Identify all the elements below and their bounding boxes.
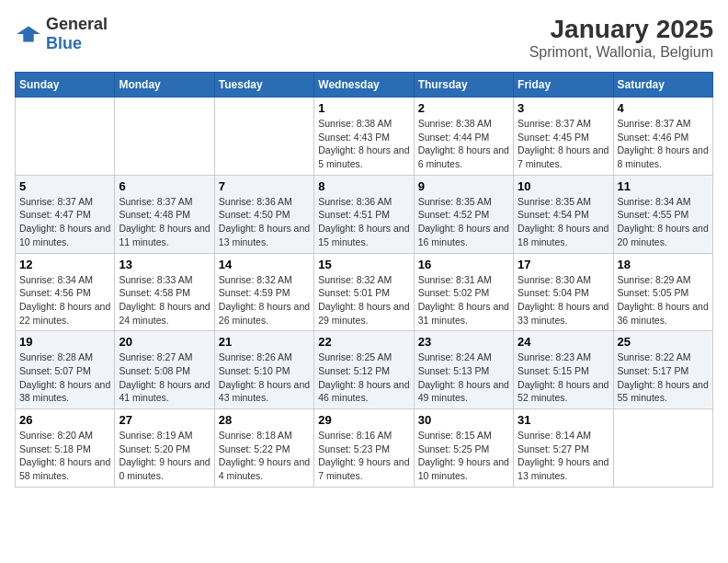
day-info: Sunrise: 8:19 AMSunset: 5:20 PMDaylight:… — [119, 429, 210, 483]
calendar-day-cell: 14Sunrise: 8:32 AMSunset: 4:59 PMDayligh… — [214, 253, 313, 331]
calendar-day-cell: 25Sunrise: 8:22 AMSunset: 5:17 PMDayligh… — [613, 331, 712, 409]
calendar-day-cell: 12Sunrise: 8:34 AMSunset: 4:56 PMDayligh… — [16, 253, 115, 331]
day-number: 1 — [318, 101, 409, 115]
calendar-table: SundayMondayTuesdayWednesdayThursdayFrid… — [15, 72, 713, 488]
calendar-day-header: Sunday — [16, 73, 115, 98]
day-info: Sunrise: 8:38 AMSunset: 4:44 PMDaylight:… — [418, 117, 509, 171]
svg-marker-0 — [17, 26, 40, 41]
day-number: 9 — [418, 179, 509, 193]
calendar-day-header: Monday — [115, 73, 214, 98]
calendar-header-row: SundayMondayTuesdayWednesdayThursdayFrid… — [16, 73, 713, 98]
day-info: Sunrise: 8:33 AMSunset: 4:58 PMDaylight:… — [119, 273, 210, 327]
day-number: 25 — [618, 335, 709, 349]
day-number: 31 — [518, 413, 609, 427]
day-number: 17 — [518, 258, 609, 271]
day-number: 10 — [518, 179, 609, 193]
calendar-day-cell: 1Sunrise: 8:38 AMSunset: 4:43 PMDaylight… — [314, 98, 414, 176]
day-number: 28 — [219, 413, 310, 427]
day-info: Sunrise: 8:34 AMSunset: 4:55 PMDaylight:… — [618, 195, 709, 249]
day-number: 23 — [418, 335, 509, 349]
day-info: Sunrise: 8:31 AMSunset: 5:02 PMDaylight:… — [418, 273, 509, 327]
calendar-day-cell: 17Sunrise: 8:30 AMSunset: 5:04 PMDayligh… — [514, 253, 613, 331]
calendar-day-cell: 26Sunrise: 8:20 AMSunset: 5:18 PMDayligh… — [16, 409, 115, 488]
day-info: Sunrise: 8:38 AMSunset: 4:43 PMDaylight:… — [318, 117, 409, 171]
calendar-day-cell: 5Sunrise: 8:37 AMSunset: 4:47 PMDaylight… — [16, 175, 115, 253]
day-number: 4 — [618, 101, 709, 115]
calendar-day-header: Thursday — [414, 73, 513, 98]
day-number: 12 — [19, 258, 110, 271]
calendar-day-cell: 27Sunrise: 8:19 AMSunset: 5:20 PMDayligh… — [115, 409, 214, 488]
day-info: Sunrise: 8:37 AMSunset: 4:46 PMDaylight:… — [618, 117, 709, 171]
logo-icon — [15, 25, 42, 43]
calendar-day-header: Wednesday — [314, 73, 414, 98]
calendar-day-cell: 7Sunrise: 8:36 AMSunset: 4:50 PMDaylight… — [214, 175, 313, 253]
day-info: Sunrise: 8:32 AMSunset: 5:01 PMDaylight:… — [318, 273, 409, 327]
day-number: 18 — [618, 258, 709, 271]
calendar-empty-cell — [115, 98, 214, 176]
calendar-empty-cell — [214, 98, 313, 176]
logo: General Blue — [15, 15, 108, 53]
page-header: General Blue January 2025 Sprimont, Wall… — [15, 15, 713, 61]
logo-blue: Blue — [46, 34, 82, 52]
calendar-day-cell: 8Sunrise: 8:36 AMSunset: 4:51 PMDaylight… — [314, 175, 414, 253]
calendar-day-cell: 31Sunrise: 8:14 AMSunset: 5:27 PMDayligh… — [514, 409, 613, 488]
day-number: 6 — [119, 179, 210, 193]
calendar-day-cell: 10Sunrise: 8:35 AMSunset: 4:54 PMDayligh… — [514, 175, 613, 253]
day-number: 5 — [19, 179, 110, 193]
page-title: January 2025 — [529, 15, 713, 44]
day-info: Sunrise: 8:28 AMSunset: 5:07 PMDaylight:… — [19, 350, 110, 405]
day-info: Sunrise: 8:32 AMSunset: 4:59 PMDaylight:… — [219, 273, 310, 327]
calendar-day-header: Friday — [514, 73, 613, 98]
logo-general: General — [46, 15, 108, 33]
day-info: Sunrise: 8:25 AMSunset: 5:12 PMDaylight:… — [318, 350, 409, 405]
day-info: Sunrise: 8:27 AMSunset: 5:08 PMDaylight:… — [119, 350, 210, 405]
day-number: 15 — [318, 258, 409, 271]
day-info: Sunrise: 8:30 AMSunset: 5:04 PMDaylight:… — [518, 273, 609, 327]
calendar-day-cell: 24Sunrise: 8:23 AMSunset: 5:15 PMDayligh… — [514, 331, 613, 409]
calendar-day-header: Tuesday — [214, 73, 313, 98]
day-info: Sunrise: 8:37 AMSunset: 4:47 PMDaylight:… — [19, 195, 110, 249]
day-info: Sunrise: 8:37 AMSunset: 4:48 PMDaylight:… — [119, 195, 210, 249]
day-info: Sunrise: 8:37 AMSunset: 4:45 PMDaylight:… — [518, 117, 609, 171]
calendar-day-cell: 16Sunrise: 8:31 AMSunset: 5:02 PMDayligh… — [414, 253, 513, 331]
day-number: 26 — [19, 413, 110, 427]
day-number: 27 — [119, 413, 210, 427]
day-info: Sunrise: 8:18 AMSunset: 5:22 PMDaylight:… — [219, 429, 310, 483]
day-info: Sunrise: 8:36 AMSunset: 4:51 PMDaylight:… — [318, 195, 409, 249]
day-number: 20 — [119, 335, 210, 349]
day-number: 22 — [318, 335, 409, 349]
calendar-day-cell: 13Sunrise: 8:33 AMSunset: 4:58 PMDayligh… — [115, 253, 214, 331]
title-block: January 2025 Sprimont, Wallonia, Belgium — [529, 15, 713, 61]
calendar-day-cell: 23Sunrise: 8:24 AMSunset: 5:13 PMDayligh… — [414, 331, 513, 409]
calendar-day-cell: 3Sunrise: 8:37 AMSunset: 4:45 PMDaylight… — [514, 98, 613, 176]
calendar-day-cell: 15Sunrise: 8:32 AMSunset: 5:01 PMDayligh… — [314, 253, 414, 331]
calendar-day-cell: 22Sunrise: 8:25 AMSunset: 5:12 PMDayligh… — [314, 331, 414, 409]
day-number: 8 — [318, 179, 409, 193]
day-number: 29 — [318, 413, 409, 427]
day-number: 21 — [219, 335, 310, 349]
calendar-day-cell: 30Sunrise: 8:15 AMSunset: 5:25 PMDayligh… — [414, 409, 513, 488]
calendar-empty-cell — [613, 409, 712, 488]
day-info: Sunrise: 8:34 AMSunset: 4:56 PMDaylight:… — [19, 273, 110, 327]
day-info: Sunrise: 8:22 AMSunset: 5:17 PMDaylight:… — [618, 350, 709, 405]
day-info: Sunrise: 8:29 AMSunset: 5:05 PMDaylight:… — [618, 273, 709, 327]
calendar-day-cell: 11Sunrise: 8:34 AMSunset: 4:55 PMDayligh… — [613, 175, 712, 253]
day-number: 3 — [518, 101, 609, 115]
day-number: 11 — [618, 179, 709, 193]
day-number: 19 — [19, 335, 110, 349]
calendar-day-cell: 18Sunrise: 8:29 AMSunset: 5:05 PMDayligh… — [613, 253, 712, 331]
day-number: 30 — [418, 413, 509, 427]
day-info: Sunrise: 8:14 AMSunset: 5:27 PMDaylight:… — [518, 429, 609, 483]
day-number: 2 — [418, 101, 509, 115]
calendar-empty-cell — [16, 98, 115, 176]
logo-text: General Blue — [46, 15, 108, 53]
day-info: Sunrise: 8:16 AMSunset: 5:23 PMDaylight:… — [318, 429, 409, 483]
day-number: 13 — [119, 258, 210, 271]
day-info: Sunrise: 8:24 AMSunset: 5:13 PMDaylight:… — [418, 350, 509, 405]
calendar-day-cell: 4Sunrise: 8:37 AMSunset: 4:46 PMDaylight… — [613, 98, 712, 176]
day-number: 24 — [518, 335, 609, 349]
calendar-day-cell: 6Sunrise: 8:37 AMSunset: 4:48 PMDaylight… — [115, 175, 214, 253]
calendar-day-header: Saturday — [613, 73, 712, 98]
calendar-week-row: 1Sunrise: 8:38 AMSunset: 4:43 PMDaylight… — [16, 98, 713, 176]
calendar-day-cell: 28Sunrise: 8:18 AMSunset: 5:22 PMDayligh… — [214, 409, 313, 488]
